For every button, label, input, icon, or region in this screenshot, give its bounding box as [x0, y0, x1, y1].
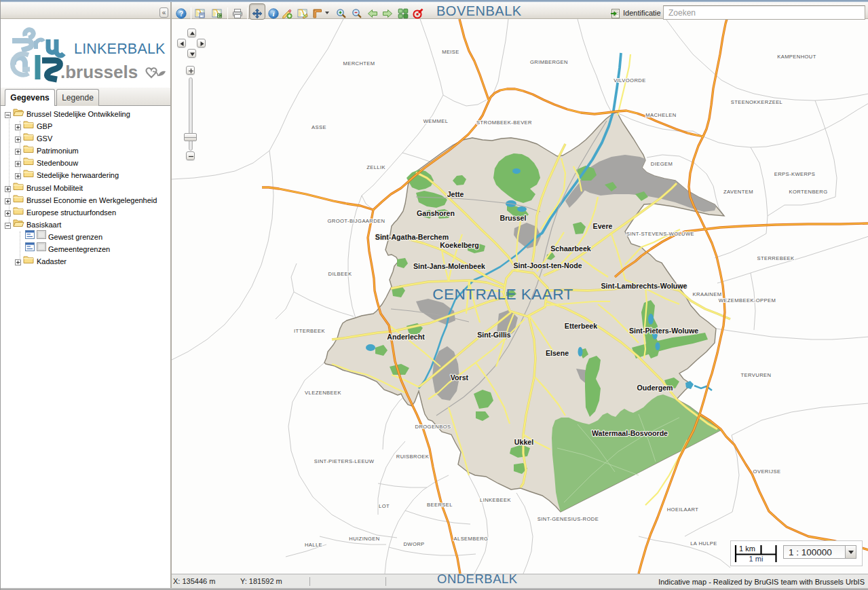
svg-text:ALSEMBERG: ALSEMBERG [454, 536, 489, 542]
svg-text:Oudergem: Oudergem [637, 384, 673, 392]
svg-text:Sint-Agatha-Berchem: Sint-Agatha-Berchem [375, 233, 449, 241]
svg-text:Evere: Evere [593, 222, 613, 230]
svg-text:Sint-Joost-ten-Node: Sint-Joost-ten-Node [513, 261, 582, 270]
svg-text:VILVOORDE: VILVOORDE [614, 77, 645, 84]
svg-text:HOEILAART: HOEILAART [667, 506, 699, 513]
svg-text:Ganshoren: Ganshoren [417, 209, 455, 217]
svg-text:MACHELEN: MACHELEN [645, 112, 676, 118]
svg-text:Jette: Jette [447, 190, 464, 198]
svg-text:OVERIJSE: OVERIJSE [753, 468, 781, 475]
svg-text:MEISE: MEISE [442, 49, 459, 55]
svg-text:Koekelberg: Koekelberg [440, 241, 479, 249]
svg-text:?: ? [179, 10, 183, 18]
svg-text:KAMPENHOUT: KAMPENHOUT [777, 54, 816, 60]
svg-text:DWORP: DWORP [403, 541, 424, 547]
svg-text:Etterbeek: Etterbeek [565, 322, 597, 330]
svg-text:Brussel: Brussel [500, 214, 527, 222]
svg-text:DILBEEK: DILBEEK [328, 271, 352, 277]
svg-text:SINT-PIETERS-LEEUW: SINT-PIETERS-LEEUW [314, 458, 375, 464]
svg-text:LOT: LOT [379, 503, 390, 509]
svg-text:KRAAINEM: KRAAINEM [693, 291, 722, 297]
svg-text:RUISBROEK: RUISBROEK [396, 454, 429, 460]
svg-text:Sint-Gillis: Sint-Gillis [477, 331, 511, 339]
svg-text:BEERSEL: BEERSEL [427, 502, 453, 508]
svg-text:Sint-Lambrechts-Woluwe: Sint-Lambrechts-Woluwe [601, 282, 687, 290]
svg-text:GROOT-BIJGAARDEN: GROOT-BIJGAARDEN [328, 218, 385, 224]
svg-text:ITTERBEEK: ITTERBEEK [294, 328, 325, 334]
svg-text:WEMMEL: WEMMEL [423, 118, 449, 124]
svg-text:Sint-Jans-Molenbeek: Sint-Jans-Molenbeek [413, 262, 485, 270]
svg-text:Sint-Pieters-Woluwe: Sint-Pieters-Woluwe [629, 327, 698, 335]
svg-text:DROGENBOS: DROGENBOS [415, 424, 451, 430]
svg-text:Ukkel: Ukkel [514, 438, 533, 446]
svg-text:ERPS-KWERPS: ERPS-KWERPS [774, 171, 816, 177]
svg-text:Schaarbeek: Schaarbeek [550, 244, 591, 253]
svg-text:VLEZENBEEK: VLEZENBEEK [305, 390, 341, 396]
svg-text:GRIMBERGEN: GRIMBERGEN [530, 59, 568, 65]
svg-text:Anderlecht: Anderlecht [387, 333, 425, 341]
svg-text:LA HULPE: LA HULPE [690, 540, 717, 547]
svg-text:ASSE: ASSE [312, 124, 326, 130]
svg-text:STEENOKKERZEEL: STEENOKKERZEEL [731, 99, 783, 105]
svg-text:1 km: 1 km [739, 545, 755, 553]
svg-text:STROMBEEK-BEVER: STROMBEEK-BEVER [476, 119, 532, 126]
svg-text:SINT-GENESIUS-RODE: SINT-GENESIUS-RODE [537, 516, 599, 522]
svg-text:WEZEMBEEK-OPPEM: WEZEMBEEK-OPPEM [719, 297, 776, 303]
svg-text:TERVUREN: TERVUREN [741, 372, 772, 378]
svg-text:Watermaal-Bosvoorde: Watermaal-Bosvoorde [592, 429, 668, 437]
svg-text:STERREBEEK: STERREBEEK [757, 255, 794, 261]
svg-text:1 mi: 1 mi [749, 555, 763, 563]
svg-text:CENTRALE KAART: CENTRALE KAART [432, 286, 573, 303]
svg-text:HUIZINGEN: HUIZINGEN [349, 536, 379, 542]
svg-text:LINKEBEEK: LINKEBEEK [480, 497, 511, 503]
svg-text:HALLE: HALLE [305, 542, 322, 548]
svg-text:ZAVENTEM: ZAVENTEM [723, 189, 753, 195]
svg-text:ZELLIK: ZELLIK [366, 164, 385, 170]
svg-text:Elsene: Elsene [546, 349, 569, 357]
svg-text:KORTENBERG: KORTENBERG [789, 189, 827, 195]
svg-text:MERCHTEM: MERCHTEM [343, 60, 375, 67]
svg-text:Vorst: Vorst [451, 373, 469, 382]
svg-text:DIEGEM: DIEGEM [651, 161, 673, 167]
svg-text:SINT-STEVENS-WOLUWE: SINT-STEVENS-WOLUWE [626, 231, 694, 237]
